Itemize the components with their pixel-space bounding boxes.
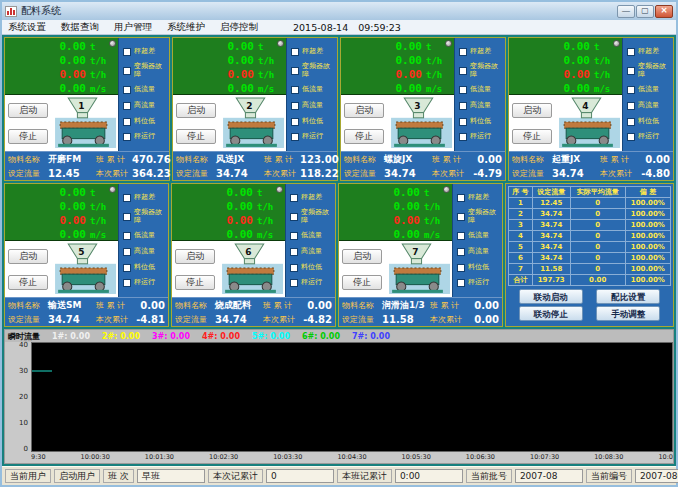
- alarm-label: 秤运行: [470, 133, 491, 141]
- alarm-checkbox[interactable]: [457, 232, 465, 240]
- alarm-checkbox[interactable]: [290, 213, 298, 221]
- alarm-checkbox[interactable]: [123, 248, 131, 256]
- alarm-checkbox[interactable]: [290, 279, 298, 287]
- table-cell: 0: [570, 220, 625, 231]
- alarm-checkbox[interactable]: [123, 264, 131, 272]
- app-window: 配料系统 — ▢ ✕ 系统设置 数据查询 用户管理 系统维护 启停控制 2015…: [0, 0, 678, 487]
- alarm-checkbox[interactable]: [291, 118, 299, 126]
- alarm-checkbox[interactable]: [459, 133, 467, 141]
- menu-start-stop-control[interactable]: 启停控制: [220, 21, 258, 34]
- alarm-checkbox[interactable]: [123, 232, 131, 240]
- alarm-checkbox[interactable]: [123, 279, 131, 287]
- maximize-button[interactable]: ▢: [636, 5, 654, 18]
- alarm-checkbox[interactable]: [457, 248, 465, 256]
- alarm-checkbox[interactable]: [457, 264, 465, 272]
- start-button[interactable]: 启动: [175, 249, 215, 264]
- material-name-value: 风送JX: [216, 153, 264, 166]
- alarm-checkbox[interactable]: [123, 48, 131, 56]
- alarm-checkbox[interactable]: [627, 133, 635, 141]
- alarm-checkbox[interactable]: [459, 48, 467, 56]
- linked-start-button[interactable]: 联动启动: [519, 289, 583, 304]
- shift-total-value: 0.00: [636, 154, 670, 165]
- alarm-checkbox[interactable]: [459, 102, 467, 110]
- start-button[interactable]: 启动: [344, 103, 384, 118]
- alarm-checkbox[interactable]: [290, 194, 298, 202]
- linked-stop-button[interactable]: 联动停止: [519, 306, 583, 321]
- alarm-checkbox[interactable]: [459, 118, 467, 126]
- stop-button[interactable]: 停止: [342, 275, 382, 290]
- start-button[interactable]: 启动: [8, 249, 48, 264]
- menu-user-management[interactable]: 用户管理: [114, 21, 152, 34]
- alarm-checkbox[interactable]: [290, 264, 298, 272]
- stop-button[interactable]: 停止: [8, 275, 48, 290]
- lcd-speed-unit: m/s: [257, 229, 283, 242]
- close-button[interactable]: ✕: [655, 5, 673, 18]
- table-header: 偏 差: [625, 187, 670, 198]
- start-button[interactable]: 启动: [512, 103, 552, 118]
- alarm-checkbox[interactable]: [123, 194, 131, 202]
- alarm-checkbox[interactable]: [627, 86, 635, 94]
- alarm-checkbox[interactable]: [291, 48, 299, 56]
- alarm-checkbox[interactable]: [457, 279, 465, 287]
- x-tick-label: 10:01:30: [145, 453, 174, 461]
- status-lamp-icon: [277, 40, 284, 47]
- alarm-checkbox[interactable]: [627, 48, 635, 56]
- status-lamp-icon: [445, 40, 452, 47]
- alarm-checkbox[interactable]: [123, 118, 131, 126]
- summary-panel: 序 号设定流量实际平均流量偏 差 112.450100.00%234.74010…: [505, 183, 674, 327]
- stop-button[interactable]: 停止: [512, 129, 552, 144]
- menu-data-query[interactable]: 数据查询: [61, 21, 99, 34]
- stop-button[interactable]: 停止: [176, 129, 216, 144]
- alarm-checkbox[interactable]: [457, 213, 465, 221]
- alarm-checkbox[interactable]: [459, 86, 467, 94]
- alarm-checkbox[interactable]: [123, 86, 131, 94]
- start-button[interactable]: 启动: [176, 103, 216, 118]
- panel-row-1: 0.00t 0.00t/h 0.00t/h 0.00m/s 启动 停止: [4, 37, 674, 181]
- set-flow-label: 设定流量: [512, 168, 552, 179]
- alarm-checkbox[interactable]: [123, 67, 131, 75]
- y-tick-label: 20: [19, 393, 28, 401]
- material-info-bar: 物料名称 开磨FM 班 累 计 470.76 设定流量 12.45 本次累计 3…: [5, 151, 169, 180]
- table-cell: 7: [509, 264, 533, 275]
- table-cell: 100.00%: [625, 253, 670, 264]
- alarm-checkbox[interactable]: [457, 194, 465, 202]
- alarm-checkbox[interactable]: [290, 248, 298, 256]
- alarm-checkbox[interactable]: [627, 67, 635, 75]
- start-button[interactable]: 启动: [342, 249, 382, 264]
- alarm-checkbox[interactable]: [459, 67, 467, 75]
- alarm-checkbox[interactable]: [627, 102, 635, 110]
- stop-button[interactable]: 停止: [175, 275, 215, 290]
- alarm-label: 料位低: [470, 118, 491, 126]
- alarm-label: 低流量: [302, 86, 323, 94]
- alarm-label: 秤运行: [134, 133, 155, 141]
- summary-buttons: 联动启动配比设置联动停止手动调整: [508, 286, 671, 324]
- alarm-checkbox[interactable]: [291, 67, 299, 75]
- stop-button[interactable]: 停止: [344, 129, 384, 144]
- lcd-speed-value: 0.00: [227, 228, 254, 241]
- alarm-checkbox[interactable]: [290, 232, 298, 240]
- stop-button[interactable]: 停止: [8, 129, 48, 144]
- start-button[interactable]: 启动: [8, 103, 48, 118]
- manual-adjust-button[interactable]: 手动调整: [596, 306, 660, 321]
- panel-row-2: 0.00t 0.00t/h 0.00t/h 0.00m/s 启动 停止: [4, 183, 674, 327]
- alarm-checkbox[interactable]: [291, 102, 299, 110]
- batch-total-label: 本次累计: [264, 168, 300, 179]
- lcd-flow-unit: t/h: [257, 201, 283, 214]
- menu-system-settings[interactable]: 系统设置: [8, 21, 46, 34]
- alarm-checkbox[interactable]: [123, 102, 131, 110]
- alarm-checkbox[interactable]: [291, 133, 299, 141]
- lcd-flow-value: 0.00: [227, 200, 254, 213]
- alarm-checkbox[interactable]: [291, 86, 299, 94]
- lcd-weight-value: 0.00: [60, 186, 87, 199]
- set-flow-label: 设定流量: [342, 314, 382, 325]
- lcd-setflow-unit: t/h: [258, 69, 284, 82]
- alarm-checkbox[interactable]: [627, 118, 635, 126]
- ratio-settings-button[interactable]: 配比设置: [596, 289, 660, 304]
- alarm-checkbox[interactable]: [123, 133, 131, 141]
- alarm-checkbox[interactable]: [123, 213, 131, 221]
- material-name-label: 物料名称: [342, 300, 382, 311]
- minimize-button[interactable]: —: [617, 5, 635, 18]
- menu-system-maintenance[interactable]: 系统维护: [167, 21, 205, 34]
- alarm-label: 秤运行: [134, 279, 155, 287]
- feeder-panel: 0.00t 0.00t/h 0.00t/h 0.00m/s 启动 停止: [340, 37, 506, 181]
